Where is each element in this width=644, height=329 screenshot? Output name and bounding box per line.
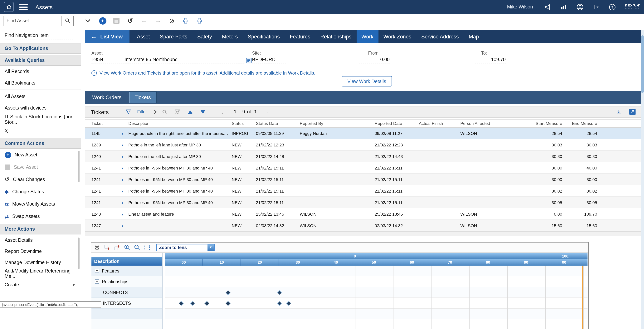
clear-filter-button[interactable] [174,108,181,116]
sidebar-scrollbar-thumb-2[interactable] [78,238,80,269]
asset-value[interactable]: I-95N [92,57,124,64]
home-button[interactable] [4,2,14,12]
action-change-status[interactable]: ✱Change Status [0,186,81,198]
tree-item-features[interactable]: +Features [92,266,162,276]
more-action-asset-details[interactable]: Asset Details [0,234,81,246]
zoom-fit-button[interactable] [143,244,151,251]
advanced-search-dropdown[interactable] [81,16,94,26]
long-description-button[interactable] [246,58,252,64]
tab-meters[interactable]: Meters [217,30,243,43]
tree-item-relationships[interactable]: −Relationships [92,276,162,287]
tab-spare-parts[interactable]: Spare Parts [155,30,192,43]
ticket-row-1243[interactable]: 1243›Linear asset and featureNEW25/02/22… [85,208,641,220]
zoom-level-select[interactable]: Zoom to tens ▼ [156,244,215,251]
next-page-button[interactable]: → [264,108,270,115]
action-swap-assets[interactable]: ⇄Swap Assets [0,210,81,222]
tab-specifications[interactable]: Specifications [243,30,285,43]
row-expand-chevron[interactable]: › [122,130,128,136]
row-expand-chevron[interactable]: › [122,154,128,159]
filter-button[interactable] [124,108,132,116]
tab-features[interactable]: Features [285,30,315,43]
row-expand-chevron[interactable]: › [122,223,128,228]
tree-item-intersects[interactable]: INTERSECTS [92,298,162,309]
ticket-row-1241[interactable]: 1241›Potholes in I-95N between MP 30 and… [85,162,641,174]
from-value[interactable]: 0.00 [359,57,390,64]
collapse-rows-button[interactable] [113,244,121,251]
download-button[interactable] [615,108,622,116]
viz-print-button[interactable] [93,244,101,251]
row-expand-chevron[interactable]: › [122,165,128,170]
ticket-row-1247[interactable]: 1247›NEW02/03/22 14:32WILSON02/03/22 14:… [85,220,641,232]
action-move-modify-assets[interactable]: ⇆Move/Modify Assets [0,198,81,210]
tab-safety[interactable]: Safety [192,30,217,43]
tab-relationships[interactable]: Relationships [315,30,356,43]
find-asset-input[interactable] [3,16,62,26]
menu-button[interactable] [19,4,28,10]
sidebar-scrollbar-thumb[interactable] [78,151,80,182]
site-value[interactable]: BEDFORD [252,57,286,64]
logout-button[interactable] [592,3,600,11]
expand-plus-icon[interactable]: + [95,269,99,273]
ticket-row-1145[interactable]: 1145›Huge pothole in the right lane just… [85,128,641,139]
query-it-stock-in-stock-locations-non-stor[interactable]: IT Stock in Stock Locations (non-Stor... [0,114,81,125]
print-button[interactable] [180,16,191,26]
announcement-button[interactable] [544,3,552,11]
help-button[interactable]: ? [608,3,616,11]
asset-description-field[interactable]: Interstate 95 Northbound [124,57,244,64]
row-expand-chevron[interactable]: › [122,200,128,205]
query-all-bookmarks[interactable]: All Bookmarks [0,77,81,89]
change-status-button[interactable]: ⊘ [166,16,178,26]
query-x[interactable]: X [0,125,81,137]
tab-work[interactable]: Work [356,30,378,43]
more-action-add-modify-linear-referencing-me[interactable]: Add/Modify Linear Referencing Me... [0,268,81,279]
available-queries-header[interactable]: Available Queries [0,55,81,66]
action-new-asset[interactable]: +New Asset [0,149,81,161]
new-record-button[interactable]: + [97,16,108,26]
previous-page-button[interactable]: ← [221,108,226,115]
view-work-details-button[interactable]: View Work Details [342,76,392,86]
ticket-row-1240[interactable]: 1240›Pothole in the left lane just after… [85,151,641,162]
expand-rows-button[interactable] [103,244,111,251]
row-expand-chevron[interactable]: › [122,142,128,148]
ticket-row-1241[interactable]: 1241›Potholes in I-95N between MP 30 and… [85,174,641,185]
main-scrollbar[interactable] [641,30,644,329]
profile-button[interactable] [576,3,584,11]
more-action-manage-downtime-history[interactable]: Manage Downtime History [0,257,81,268]
previous-record-button[interactable]: ← [138,16,150,26]
tab-work-zones[interactable]: Work Zones [378,30,416,43]
filter-link[interactable]: Filter [137,110,147,114]
next-record-button[interactable]: → [152,16,164,26]
tree-item-connects[interactable]: CONNECTS [92,287,162,298]
collapse-filter-icon[interactable] [152,110,156,114]
ticket-row-1239[interactable]: 1239›Pothole in the left lane just after… [85,139,641,151]
save-record-button[interactable] [111,16,122,26]
find-navigation-input[interactable] [4,31,73,40]
query-all-assets[interactable]: All Assets [0,91,81,102]
maximize-table-button[interactable] [630,109,636,115]
more-action-report-downtime[interactable]: Report Downtime [0,246,81,257]
action-save-asset[interactable]: Save Asset [0,161,81,173]
print-with-attachments-button[interactable] [194,16,205,26]
row-expand-chevron[interactable]: › [122,211,128,216]
ticket-row-1241[interactable]: 1241›Potholes in I-95N between MP 30 and… [85,197,641,208]
query-all-records[interactable]: All Records [0,66,81,77]
list-view-tab[interactable]: ← List View [85,30,130,43]
collapse-minus-icon[interactable]: − [95,280,99,284]
tab-service-address[interactable]: Service Address [416,30,464,43]
reports-button[interactable] [560,3,568,11]
to-value[interactable]: 109.70 [475,57,506,64]
ticket-row-1241[interactable]: 1241›Potholes in I-95N between MP 30 and… [85,185,641,197]
find-asset-search-button[interactable] [62,16,74,26]
table-search-button[interactable] [161,108,168,116]
clear-changes-button[interactable]: ↺ [124,16,136,26]
move-row-up-button[interactable] [186,108,194,116]
go-to-applications-header[interactable]: Go To Applications [0,43,81,54]
query-assets-with-devices[interactable]: Assets with devices [0,102,81,114]
tab-map[interactable]: Map [464,30,484,43]
subtab-work-orders[interactable]: Work Orders [91,92,123,103]
main-scrollbar-thumb[interactable] [641,35,644,93]
viz-zoom-out-button[interactable] [133,244,141,251]
move-row-down-button[interactable] [199,108,206,116]
row-expand-chevron[interactable]: › [122,176,128,182]
row-expand-chevron[interactable]: › [122,188,128,194]
